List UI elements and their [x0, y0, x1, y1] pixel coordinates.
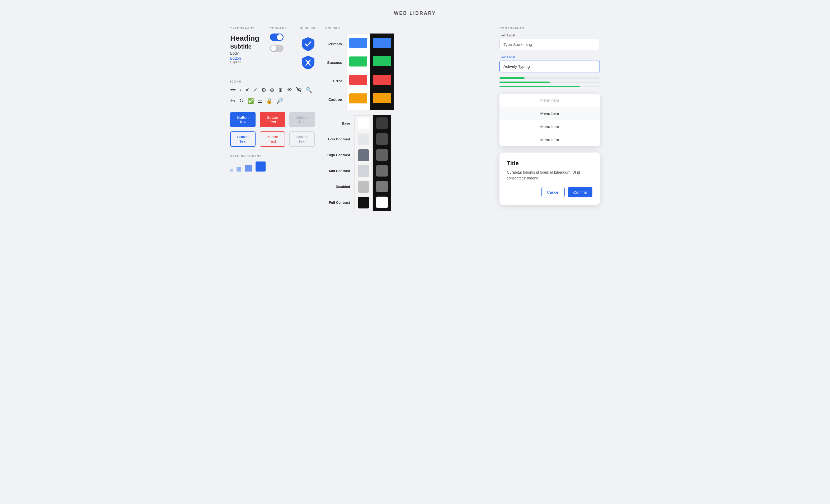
full-contrast-light-swatch [355, 195, 373, 210]
typo-caption: Caption [230, 60, 259, 64]
typography-section: TYPOGRAPHY Heading Subtitle Body Button … [230, 27, 259, 64]
eye-off-icon [296, 87, 302, 94]
add-plus-icon: ⊕ [270, 87, 274, 94]
full-contrast-label: Full Contrast [325, 195, 350, 210]
toggle-knob-on [277, 34, 283, 40]
high-contrast-light-swatch [355, 147, 373, 163]
typo-subtitle: Subtitle [230, 43, 259, 51]
progress-bar-3 [500, 86, 600, 87]
trash-icon: 🗑 [278, 87, 283, 94]
primary-filled-button[interactable]: Button Text [230, 112, 256, 127]
icons-label: ICONS [230, 80, 315, 83]
dialog-title: Title [507, 160, 593, 167]
shield-check-wrapper [300, 36, 316, 52]
error-color-label: Error [325, 72, 342, 90]
primary-dark-bar [370, 34, 394, 52]
cancel-button[interactable]: Cancel [541, 187, 565, 197]
search-magnify-icon: 🔍 [306, 87, 312, 94]
space-token-sm [236, 167, 241, 171]
shield-x-wrapper [300, 55, 316, 70]
buttons-section: Button Text Button Text Button Text Butt… [230, 112, 315, 147]
typography-label: TYPOGRAPHY [230, 27, 259, 30]
disabled-filled-button: Button Text [289, 112, 315, 127]
disabled-outline-button: Button Text [289, 131, 315, 147]
menu-item-0[interactable]: Menu Item [500, 94, 600, 107]
primary-color-label: Primary [325, 35, 342, 53]
caution-dark-bar [370, 89, 394, 107]
colors-label: COLORS [325, 27, 489, 30]
progress-section [500, 77, 600, 87]
base-dark-swatch [373, 115, 391, 131]
disabled-dark-swatch [373, 179, 391, 195]
left-panel: TYPOGRAPHY Heading Subtitle Body Button … [230, 27, 315, 171]
caution-light-bar [347, 89, 370, 108]
active-field-label: Field Label [500, 56, 600, 59]
mid-contrast-label: Mid Contrast [325, 163, 350, 179]
search-icon: 🔎 [277, 98, 283, 104]
space-token-lg [256, 162, 265, 171]
success-color-label: Success [325, 53, 342, 72]
disabled-light-swatch [355, 179, 373, 195]
progress-bar-1 [500, 77, 600, 79]
spacing-row [230, 162, 315, 171]
base-color-label: Base [325, 115, 350, 131]
button-row-outline: Button Text Button Text Button Text [230, 131, 315, 147]
dialog: Title Curabitur lobortis id lorem id bib… [500, 153, 600, 205]
success-dark-bar [370, 52, 394, 70]
high-contrast-label: High Contrast [325, 147, 350, 163]
main-layout: TYPOGRAPHY Heading Subtitle Body Button … [230, 27, 600, 211]
components-label: COMPONENTS [500, 27, 600, 30]
low-contrast-dark-swatch [373, 131, 391, 147]
primary-outline-button[interactable]: Button Text [230, 131, 256, 147]
spacing-section: SPACING TOKENS [230, 155, 315, 171]
danger-outline-button[interactable]: Button Text [260, 131, 285, 147]
shield-check-icon [301, 37, 315, 52]
toggle-on[interactable] [270, 34, 284, 41]
low-contrast-label: Low Contrast [325, 131, 350, 147]
dialog-actions: Cancel Confirm [507, 187, 593, 197]
active-text-input[interactable] [500, 61, 600, 72]
circle-check-icon: ✅ [247, 98, 254, 104]
inactive-field-label: Field Label [500, 34, 600, 37]
inactive-field-group: Field Label [500, 34, 600, 50]
dialog-body: Curabitur lobortis id lorem id bibendum.… [507, 169, 593, 181]
full-contrast-dark-swatch [373, 195, 391, 210]
disabled-label: Disabled [325, 179, 350, 195]
lock-icon: 🔒 [266, 98, 273, 104]
toggles-section: TOGGLES [270, 27, 287, 72]
progress-bar-2 [500, 81, 600, 83]
active-field-group: Field Label [500, 56, 600, 72]
base-light-swatch [355, 115, 373, 131]
danger-filled-button[interactable]: Button Text [260, 112, 285, 127]
confirm-button[interactable]: Confirm [568, 187, 593, 197]
toggle-knob-off [270, 45, 277, 51]
refresh-icon: ↻ [239, 98, 244, 104]
check-icon: ✓ [253, 87, 258, 94]
inactive-text-input[interactable] [500, 39, 600, 50]
error-dark-bar [370, 70, 394, 89]
shield-x-icon [301, 55, 315, 70]
progress-fill-1 [500, 77, 524, 79]
icons-grid: ••• › ✕ ✓ ⚙ ⊕ 🗑 👁 🔍 🗝 ↻ ✅ ☰ 🔒 🔎 [230, 87, 315, 104]
low-contrast-light-swatch [355, 131, 373, 147]
toggle-row [270, 34, 287, 52]
space-token-md [245, 165, 252, 171]
right-panel: COMPONENTS Field Label Field Label Menu [500, 27, 600, 205]
caution-color-label: Caution [325, 90, 342, 109]
typo-button[interactable]: Button [230, 56, 259, 60]
success-light-bar [347, 52, 370, 71]
settings-gear-icon: ⚙ [261, 87, 266, 94]
close-x-icon: ✕ [245, 87, 250, 94]
more-dots-icon: ••• [230, 87, 236, 94]
spacing-label: SPACING TOKENS [230, 155, 315, 158]
shields-section: SHIELDS [300, 27, 316, 72]
toggles-label: TOGGLES [270, 27, 287, 30]
typo-heading: Heading [230, 34, 259, 43]
error-light-bar [347, 71, 370, 89]
menu-item-2[interactable]: Menu Item [500, 120, 600, 133]
icons-section: ICONS ••• › ✕ ✓ ⚙ ⊕ 🗑 👁 🔍 🗝 ↻ ✅ ☰ 🔒 🔎 [230, 80, 315, 104]
middle-panel: COLORS Primary Success Error Caution [325, 27, 489, 211]
menu-item-1[interactable]: Menu Item [500, 107, 600, 120]
toggle-off[interactable] [270, 44, 284, 52]
menu-item-3[interactable]: Menu Item [500, 133, 600, 146]
